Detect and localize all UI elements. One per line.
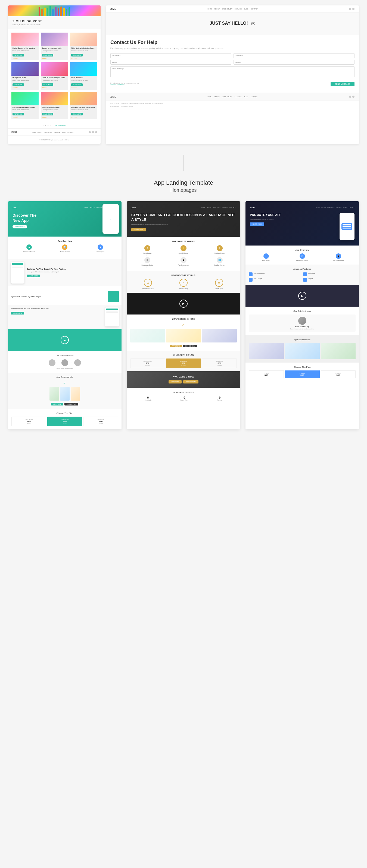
play-button[interactable]: ▶ (298, 292, 306, 300)
nav-item-home[interactable]: HOME (207, 8, 212, 10)
read-more-button[interactable]: READ MORE (42, 54, 53, 57)
second-nav-blog[interactable]: BLOG (244, 96, 249, 97)
phone-input[interactable] (110, 60, 231, 65)
list-item: For many complex problems Lorem ipsum do… (11, 92, 38, 119)
read-more-button[interactable]: READ MORE (12, 113, 24, 116)
footer-policy[interactable]: Privacy Policy (110, 105, 119, 107)
facebook-icon[interactable] (89, 131, 91, 133)
footer-nav-item[interactable]: CASE STUDY (44, 131, 53, 133)
nav-about[interactable]: ABOUT (207, 207, 211, 209)
amazing-icon (249, 278, 253, 282)
email-input[interactable] (233, 53, 355, 58)
nav-home[interactable]: HOME (84, 207, 88, 209)
amazing-item: Web Design (303, 272, 356, 276)
app-store-available-button[interactable]: APP STORE (169, 380, 181, 383)
nav-contact[interactable]: CONTACT (229, 207, 236, 209)
app-icon: 📱 (337, 255, 340, 257)
nav-blog[interactable]: BLOG (343, 207, 347, 209)
list-item: Design is thinking made visual Lorem ips… (70, 92, 97, 119)
screenshot (202, 329, 237, 342)
item-label: Easy Design (249, 260, 283, 261)
hero-cta-button[interactable]: LEARN MORE (250, 222, 264, 226)
hardwork-section: If you think it's hard, try web design. (8, 288, 121, 305)
screenshot (321, 343, 356, 359)
nav-item-about[interactable]: ABOUT (214, 8, 220, 10)
read-more-button[interactable]: READ MORE (12, 83, 24, 86)
footer-nav-item[interactable]: ABOUT (37, 131, 42, 133)
twitter-icon-2[interactable] (352, 96, 355, 98)
nav-home[interactable]: HOME (201, 207, 205, 209)
plan-card-standard: 0 /month $00 (285, 370, 320, 378)
nav-about[interactable]: ABOUT (321, 207, 326, 209)
twitter-icon[interactable] (92, 131, 94, 133)
available-section: AVAILABLE NOw APP STORE GOOGLE PLAY (127, 371, 240, 388)
grid-item-desc: Lorem ipsum dolor sit amet (12, 80, 37, 82)
nav-features[interactable]: FEATURES (327, 207, 334, 209)
nav-contact[interactable]: CONTACT (348, 207, 355, 209)
screenshot (166, 329, 201, 342)
screenshots-section: ZIMU SCREENSHOTS ✓ APP STORE GOOGLE PLAY (127, 314, 240, 351)
read-more-button[interactable]: READ MORE (71, 113, 83, 116)
grid-item-stars: ★★★★☆ (12, 116, 37, 118)
send-message-button[interactable]: SEND MESSAGE (331, 82, 355, 86)
footer-nav: HOME ABOUT CASE STUDY SERVICE BLOG CONTA… (32, 131, 74, 133)
amazing-icon (249, 272, 253, 276)
feature-desc: Lorem ipsum dolor (130, 266, 165, 268)
logo: ZIMU (12, 207, 17, 209)
learn-more-button[interactable]: LEARN MORE (27, 275, 40, 277)
footer-nav-item[interactable]: BLOG (62, 131, 65, 133)
hero-cta-button[interactable]: GET STARTED (12, 225, 27, 228)
nav-about[interactable]: ABOUT (90, 207, 94, 209)
message-input[interactable] (110, 66, 355, 77)
play-button[interactable]: ▶ (61, 336, 69, 344)
blog-grid: Digital Design is like painting Lorem ip… (8, 29, 101, 122)
grid-item-title: Design is economic agility (42, 47, 67, 50)
preview-blue-theme: ZIMU HOME ABOUT FEATURES PRICING BLOG CO… (246, 201, 359, 429)
nav-item-blog[interactable]: BLOG (244, 8, 249, 10)
google-play-btn[interactable]: GOOGLE PLAY (183, 345, 197, 347)
app-store-button[interactable]: APP STORE (51, 403, 63, 405)
app-store-btn-gold[interactable]: APP STORE (170, 345, 182, 347)
step-item: ☁ Your Idea in Cloud (130, 279, 166, 289)
second-nav-service[interactable]: SERVICE (235, 96, 242, 97)
footer-logo: ZIMU (11, 131, 17, 133)
facebook-icon[interactable] (349, 8, 351, 10)
second-nav-case[interactable]: CASE STUDY (222, 96, 232, 97)
blog-footer: ZIMU HOME ABOUT CASE STUDY SERVICE BLOG … (8, 128, 101, 135)
nav-pricing[interactable]: PRICING (222, 207, 228, 209)
google-play-available-button[interactable]: GOOGLE PLAY (183, 380, 198, 383)
footer-nav-item[interactable]: SERVICE (54, 131, 60, 133)
read-more-button[interactable]: READ MORE (12, 54, 24, 57)
footer-terms[interactable]: Terms & Conditions (121, 105, 133, 107)
read-more-button[interactable]: READ MORE (71, 54, 83, 57)
nav-pricing[interactable]: PRICING (336, 207, 341, 209)
promote-learn-more-button[interactable]: LEARN MORE (11, 312, 24, 314)
pagination[interactable]: ← 1 2 3 → Load More Posts (8, 122, 101, 128)
nav-item-case[interactable]: CASE STUDY (222, 8, 232, 10)
subject-input[interactable] (233, 60, 355, 65)
facebook-icon-2[interactable] (349, 96, 351, 98)
read-more-button[interactable]: READ MORE (71, 83, 83, 86)
googleplus-icon[interactable] (95, 131, 97, 133)
read-more-button[interactable]: READ MORE (42, 113, 53, 116)
nav-features[interactable]: FEATURES (213, 207, 220, 209)
footer-nav-item[interactable]: HOME (32, 131, 36, 133)
responsive-icon: ⊞ (146, 259, 148, 261)
load-more-link[interactable]: Load More Posts (54, 125, 66, 126)
read-more-button[interactable]: READ MORE (42, 83, 53, 86)
footer-nav-item[interactable]: CONTACT (67, 131, 74, 133)
google-play-button[interactable]: GOOGLE PLAY (64, 403, 78, 405)
second-nav-contact[interactable]: CONTACT (251, 96, 258, 97)
second-nav-about[interactable]: ABOUT (214, 96, 220, 97)
twitter-icon[interactable] (352, 8, 355, 10)
plan-card-basic: 0 /month $00 (249, 370, 284, 378)
name-input[interactable] (110, 53, 231, 58)
hero-cta-button[interactable]: GET STARTED (131, 228, 146, 231)
promote-text: Website promote you 24/7. No employee wi… (11, 307, 104, 310)
nav-home[interactable]: HOME (316, 207, 320, 209)
nav-item-service[interactable]: SERVICE (235, 8, 242, 10)
second-nav-home[interactable]: HOME (207, 96, 212, 97)
play-button[interactable]: ▶ (179, 300, 188, 308)
plan-price: $00 (168, 362, 199, 365)
nav-item-contact[interactable]: CONTACT (251, 8, 258, 10)
